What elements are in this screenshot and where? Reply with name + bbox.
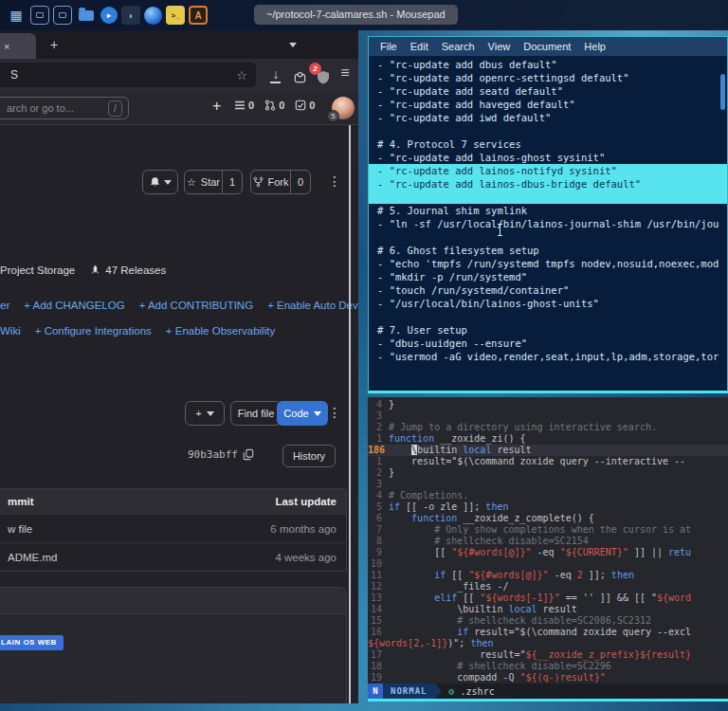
vim-line[interactable]: 4# Completions. [368, 490, 728, 501]
quick-link[interactable]: + Enable Observability [166, 325, 275, 337]
history-button[interactable]: History [282, 445, 336, 467]
vim-line[interactable]: 1function __zoxide_zi() { [368, 433, 728, 445]
editor-line[interactable]: - "/usr/local/bin/lainos-ghost-units" [377, 297, 727, 310]
shield-icon[interactable]: 2 [315, 68, 332, 84]
table-row[interactable]: ADME.md4 weeks ago [0, 542, 346, 571]
find-file-button[interactable]: Find file [230, 401, 282, 426]
vim-line[interactable]: 1 result="$(\command zoxide query --inte… [368, 456, 728, 467]
menu-search[interactable]: Search [435, 37, 482, 56]
vim-line[interactable]: 8 # shellcheck disable=SC2154 [368, 536, 728, 547]
editor-line[interactable] [377, 124, 727, 137]
add-file-dropdown[interactable]: + [185, 401, 225, 426]
menu-document[interactable]: Document [517, 37, 577, 56]
vim-line[interactable]: 6 function __zoxide_z_complete() { [368, 513, 728, 524]
editor-line[interactable]: - "ln -sf /usr/local/bin/lainos-journal-… [377, 217, 727, 230]
new-tab-button[interactable]: + [44, 34, 64, 55]
editor-a-icon[interactable]: A [189, 6, 208, 25]
menu-file[interactable]: File [373, 37, 404, 56]
vim-line[interactable]: 2# Jump to a directory using interactive… [368, 422, 728, 433]
vim-line[interactable]: 186 \builtin local result [368, 445, 728, 456]
vim-line[interactable]: 16 if result="$(\command zoxide query --… [368, 627, 728, 638]
menu-view[interactable]: View [482, 37, 518, 56]
extensions-puzzle-icon[interactable] [291, 69, 308, 83]
star-button[interactable]: ☆Star 1 [184, 170, 243, 194]
column-header-last-update[interactable]: Last update [275, 496, 337, 507]
browser-tab[interactable]: les × [0, 33, 36, 59]
url-bar[interactable]: S ☆ [0, 63, 256, 87]
menu-hamburger-icon[interactable]: ≡ [337, 64, 354, 82]
vim-line[interactable]: 19 compadd -Q "${(q-)result}" [368, 672, 728, 684]
row-name[interactable]: w file [8, 523, 32, 535]
code-dropdown-button[interactable]: Code [277, 401, 328, 426]
window-icon-2[interactable] [53, 6, 72, 25]
vim-line[interactable]: 13 elif [[ "${words[-1]}" == '' ]] && [[… [368, 592, 728, 604]
vim-line[interactable]: 7 # Only show completions when the curso… [368, 524, 728, 536]
vim-line[interactable]: 5if [[ -o zle ]]; then [368, 501, 728, 513]
editor-line[interactable]: - "rc-update add haveged default" [377, 98, 727, 111]
vim-buffer[interactable]: 4}3 2# Jump to a directory using interac… [368, 397, 728, 684]
project-storage-link[interactable]: Project Storage [0, 264, 75, 276]
editor-line[interactable]: - "rc-update add seatd default" [377, 84, 727, 98]
mousepad-scrollbar[interactable] [720, 74, 725, 110]
editor-line[interactable]: - "usermod -aG video,render,seat,input,l… [377, 350, 727, 363]
editor-line[interactable]: # 6. Ghost filesystem setup [377, 244, 727, 257]
terminal-icon[interactable]: ◗ [121, 6, 140, 25]
star-count[interactable]: 1 [222, 171, 242, 193]
table-row[interactable]: w file6 months ago [0, 514, 346, 542]
folder-icon[interactable] [76, 5, 97, 26]
avatar[interactable]: 5 [332, 97, 355, 119]
kebab-menu-icon[interactable]: ⋮ [328, 173, 341, 189]
editor-line[interactable] [369, 191, 727, 204]
vim-line[interactable]: 17 result="${__zoxide_z_prefix}${result} [368, 649, 728, 661]
editor-line[interactable]: - "rc-update add iwd default" [377, 111, 727, 124]
gitlab-new-button[interactable]: + [212, 98, 221, 115]
vim-line[interactable]: 14 \builtin local result [368, 604, 728, 615]
launcher-grid-icon[interactable]: ▦ [6, 5, 27, 26]
paper-plane-icon[interactable]: ▸ [100, 7, 118, 24]
quick-link[interactable]: + Add CONTRIBUTING [139, 300, 253, 311]
copy-icon[interactable] [243, 448, 254, 461]
taskbar-window-title[interactable]: ~/protocol-7-calamares.sh - Mousepad [254, 5, 458, 25]
window-icon-1[interactable] [30, 6, 49, 25]
editor-line[interactable]: # 4. Protocol 7 services [377, 137, 727, 151]
editor-line[interactable]: # 5. Journal shim symlink [377, 204, 727, 217]
editor-line[interactable]: - "touch /run/systemd/container" [377, 283, 727, 297]
column-header-commit[interactable]: mmit [8, 496, 33, 507]
fork-count[interactable]: 0 [290, 171, 310, 193]
quick-link[interactable]: + Configure Integrations [35, 325, 152, 337]
vim-line[interactable]: 15 # shellcheck disable=SC2086,SC2312 [368, 615, 728, 627]
gitlab-search-input[interactable]: arch or go to... / [0, 97, 129, 119]
mousepad-text-area[interactable]: - "rc-update add dbus default"- "rc-upda… [369, 56, 727, 391]
browser-scrollbar[interactable] [349, 125, 351, 703]
releases-link[interactable]: 47 Releases [90, 264, 166, 276]
todo-count[interactable]: 0 [295, 100, 315, 111]
editor-line[interactable]: - "echo 'tmpfs /run/systemd tmpfs nodev,… [377, 257, 727, 270]
editor-line[interactable] [377, 310, 727, 323]
editor-line[interactable]: - "rc-update add lainos-dbus-bridge defa… [369, 177, 727, 191]
vim-line[interactable]: 4} [368, 399, 728, 410]
editor-line[interactable]: - "rc-update add lainos-ghost sysinit" [377, 151, 727, 164]
vim-line[interactable]: 10 [368, 558, 728, 570]
editor-line[interactable]: - "rc-update add lainos-notifyd sysinit" [369, 164, 727, 177]
editor-line[interactable]: - "mkdir -p /run/systemd" [377, 270, 727, 283]
bookmark-star-icon[interactable]: ☆ [236, 68, 247, 82]
issues-count[interactable]: 0 [234, 100, 254, 111]
browser-globe-icon[interactable] [144, 7, 162, 25]
vim-line[interactable]: 11 if [[ "${#words[@]}" -eq 2 ]]; then [368, 570, 728, 581]
notifications-bell-button[interactable] [142, 170, 178, 194]
editor-line[interactable]: - "dbus-uuidgen --ensure" [377, 337, 727, 350]
row-name[interactable]: ADME.md [8, 552, 57, 563]
vim-line[interactable]: ${words[2,-1]})"; then [368, 638, 728, 649]
vim-line[interactable]: 12 _files -/ [368, 581, 728, 592]
quick-link[interactable]: er [0, 300, 9, 311]
menu-edit[interactable]: Edit [404, 37, 435, 56]
list-tabs-chevron-icon[interactable] [289, 43, 297, 47]
vim-line[interactable]: 9 [[ "${#words[@]}" -eq "${CURRENT}" ]] … [368, 547, 728, 558]
vim-line[interactable]: 18 # shellcheck disable=SC2296 [368, 661, 728, 672]
quick-link[interactable]: + Enable Auto DevOps [267, 300, 358, 311]
tab-close-icon[interactable]: × [4, 41, 9, 52]
fork-button[interactable]: Fork 0 [250, 170, 311, 194]
editor-line[interactable]: - "rc-update add dbus default" [377, 58, 727, 71]
commit-sha[interactable]: 90b3abff [188, 448, 238, 461]
merge-request-count[interactable]: 0 [264, 100, 284, 111]
